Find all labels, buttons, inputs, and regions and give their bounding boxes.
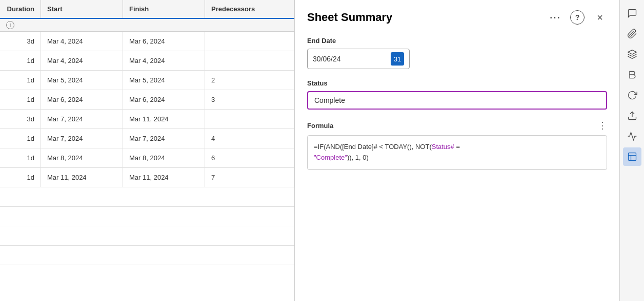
status-label: Status	[307, 79, 607, 87]
table-row[interactable]: 1d Mar 4, 2024 Mar 4, 2024	[0, 51, 294, 71]
cell-duration: 1d	[0, 90, 41, 109]
help-button[interactable]: ?	[570, 10, 585, 25]
formula-equals: =	[454, 143, 460, 150]
info-icon: i	[6, 21, 14, 29]
refresh-icon[interactable]	[623, 86, 641, 104]
status-section: Status Complete	[307, 79, 607, 110]
col-header-finish: Finish	[123, 0, 205, 18]
cell-start: Mar 8, 2024	[41, 148, 123, 167]
cell-predecessors: 3	[205, 90, 294, 109]
cell-predecessors: 7	[205, 168, 294, 187]
status-field[interactable]: Complete	[307, 91, 607, 110]
cell-predecessors	[205, 32, 294, 51]
cell-start: Mar 7, 2024	[41, 110, 123, 128]
empty-row	[0, 246, 294, 265]
table-area: Duration Start Finish Predecessors i 3d …	[0, 0, 295, 301]
cell-predecessors	[205, 110, 294, 128]
cell-duration: 3d	[0, 32, 41, 51]
col-header-duration: Duration	[0, 0, 41, 18]
end-date-label: End Date	[307, 37, 607, 45]
formula-label: Formula	[307, 122, 598, 130]
empty-row	[0, 187, 294, 207]
table-row[interactable]: 1d Mar 7, 2024 Mar 7, 2024 4	[0, 129, 294, 148]
calendar-icon[interactable]: 31	[391, 52, 404, 66]
table-row[interactable]: 1d Mar 8, 2024 Mar 8, 2024 6	[0, 148, 294, 168]
cell-start: Mar 5, 2024	[41, 71, 123, 90]
formula-box[interactable]: =IF(AND([End Date]# < TODAY(), NOT(Statu…	[307, 135, 607, 170]
cell-finish: Mar 11, 2024	[123, 168, 205, 187]
cell-finish: Mar 11, 2024	[123, 110, 205, 128]
table-row[interactable]: 1d Mar 6, 2024 Mar 6, 2024 3	[0, 90, 294, 110]
cell-start: Mar 4, 2024	[41, 32, 123, 51]
cell-predecessors: 2	[205, 71, 294, 90]
activity-icon[interactable]	[623, 127, 641, 145]
cell-finish: Mar 4, 2024	[123, 51, 205, 70]
cell-start: Mar 7, 2024	[41, 129, 123, 148]
cell-finish: Mar 8, 2024	[123, 148, 205, 167]
attachment-icon[interactable]	[623, 25, 641, 43]
formula-section: Formula ⋮ =IF(AND([End Date]# < TODAY(),…	[307, 120, 607, 170]
end-date-field[interactable]: 30/06/24 31	[307, 49, 410, 69]
cell-duration: 1d	[0, 168, 41, 187]
svg-rect-2	[628, 153, 636, 161]
cell-duration: 1d	[0, 129, 41, 148]
table-body: 3d Mar 4, 2024 Mar 6, 2024 1d Mar 4, 202…	[0, 32, 294, 301]
panel-header-icons: ⋯ ? ×	[548, 10, 607, 25]
table-row[interactable]: 1d Mar 11, 2024 Mar 11, 2024 7	[0, 168, 294, 187]
end-date-value: 30/06/24	[313, 55, 391, 63]
cell-predecessors: 4	[205, 129, 294, 148]
col-header-start: Start	[41, 0, 123, 18]
cell-finish: Mar 7, 2024	[123, 129, 205, 148]
cell-start: Mar 11, 2024	[41, 168, 123, 187]
cell-start: Mar 6, 2024	[41, 90, 123, 109]
more-options-button[interactable]: ⋯	[548, 10, 562, 25]
empty-row	[0, 226, 294, 246]
cell-finish: Mar 6, 2024	[123, 90, 205, 109]
summary-icon[interactable]	[623, 147, 641, 166]
formula-status-ref: Status#	[432, 143, 454, 150]
cell-predecessors	[205, 51, 294, 70]
table-subheader: i	[0, 19, 294, 32]
cell-duration: 1d	[0, 51, 41, 70]
svg-marker-0	[628, 50, 636, 54]
empty-row	[0, 207, 294, 226]
cell-finish: Mar 6, 2024	[123, 32, 205, 51]
right-panel-container: Sheet Summary ⋯ ? × End Date 30/06/24 31…	[295, 0, 644, 301]
cell-finish: Mar 5, 2024	[123, 71, 205, 90]
cell-duration: 1d	[0, 71, 41, 90]
sheet-summary-panel: Sheet Summary ⋯ ? × End Date 30/06/24 31…	[295, 0, 619, 301]
table-row[interactable]: 1d Mar 5, 2024 Mar 5, 2024 2	[0, 71, 294, 90]
cell-start: Mar 4, 2024	[41, 51, 123, 70]
layers-icon[interactable]	[623, 45, 641, 63]
cell-predecessors: 6	[205, 148, 294, 167]
table-row[interactable]: 3d Mar 7, 2024 Mar 11, 2024	[0, 110, 294, 129]
format-icon[interactable]	[623, 66, 641, 84]
table-header: Duration Start Finish Predecessors	[0, 0, 294, 19]
col-header-predecessors: Predecessors	[205, 0, 294, 18]
cell-duration: 3d	[0, 110, 41, 128]
formula-label-row: Formula ⋮	[307, 120, 607, 131]
formula-options-button[interactable]: ⋮	[598, 120, 607, 131]
cell-duration: 1d	[0, 148, 41, 167]
formula-end: )), 1, 0)	[347, 154, 369, 161]
sidebar-icons	[619, 0, 644, 301]
close-button[interactable]: ×	[593, 10, 607, 25]
formula-text: =IF(AND([End Date]# < TODAY(), NOT(	[314, 143, 432, 150]
panel-title: Sheet Summary	[307, 11, 548, 24]
formula-complete-string: "Complete"	[314, 154, 347, 161]
table-row[interactable]: 3d Mar 4, 2024 Mar 6, 2024	[0, 32, 294, 51]
chat-icon[interactable]	[623, 4, 641, 23]
upload-icon[interactable]	[623, 106, 641, 125]
panel-header: Sheet Summary ⋯ ? ×	[307, 10, 607, 25]
